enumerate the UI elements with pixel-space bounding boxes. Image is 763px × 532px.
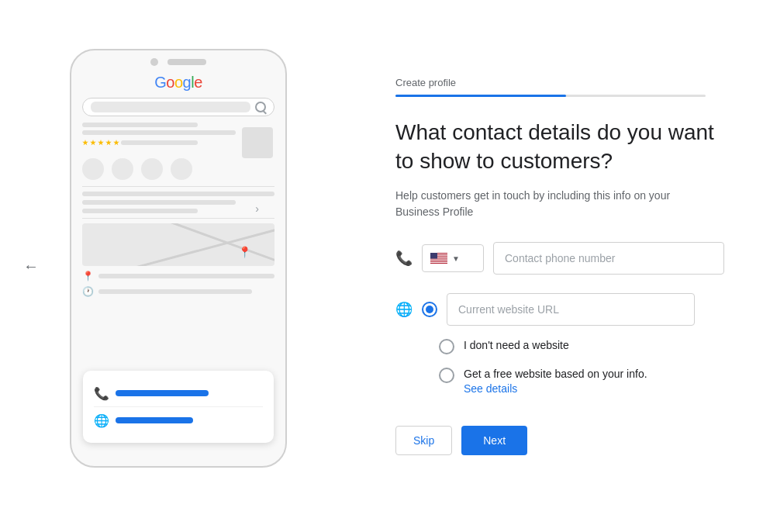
pin-row: 📍	[82, 271, 274, 282]
globe-icon: 🌐	[395, 301, 413, 318]
search-icon	[255, 102, 266, 112]
svg-rect-4	[430, 259, 447, 260]
no-website-option: I don't need a website	[395, 338, 724, 354]
next-button[interactable]: Next	[461, 426, 527, 455]
free-website-label: Get a free website based on your info.	[464, 367, 647, 382]
result-line	[82, 130, 236, 135]
search-bar	[82, 98, 274, 116]
phone-field-row: 📞 ▼	[395, 242, 724, 275]
map-lines	[82, 223, 274, 266]
star	[90, 140, 96, 146]
map-line	[82, 223, 274, 266]
address-line	[98, 274, 274, 278]
phone-number-line	[116, 390, 209, 396]
svg-rect-7	[430, 253, 437, 259]
action-circle-directions	[112, 158, 133, 180]
phone-bottom-card: 📞 🌐	[83, 371, 274, 443]
action-circle-save	[141, 158, 163, 180]
star	[82, 140, 88, 146]
hours-line	[98, 289, 252, 294]
stars-building-row	[82, 140, 274, 146]
skip-button[interactable]: Skip	[395, 426, 452, 455]
progress-track	[395, 95, 706, 97]
pin-icon: 📍	[82, 271, 94, 282]
back-button[interactable]: ←	[23, 257, 39, 275]
google-logo-area: Google	[82, 74, 274, 92]
progress-bar-container: Create profile	[395, 77, 724, 97]
website-line	[116, 417, 193, 423]
map-line	[82, 223, 274, 266]
search-bar-fill	[91, 102, 250, 112]
clock-icon: 🕐	[82, 286, 94, 297]
phone-top-bar	[71, 50, 285, 71]
free-website-option: Get a free website based on your info. S…	[395, 367, 724, 395]
action-circle-phone	[82, 158, 104, 180]
divider	[82, 186, 274, 187]
rating-line	[121, 140, 198, 145]
action-icons-row	[82, 158, 274, 180]
star	[113, 140, 119, 146]
url-radio-selected[interactable]	[422, 302, 437, 317]
page-subtitle: Help customers get in touch by including…	[395, 188, 706, 220]
progress-label: Create profile	[395, 77, 724, 88]
result-line	[82, 123, 198, 127]
page-container: ← Google	[0, 0, 763, 532]
radio-dot	[426, 306, 433, 313]
map-area: 📍	[82, 223, 274, 266]
info-line	[82, 209, 198, 213]
free-website-text-block: Get a free website based on your info. S…	[464, 367, 647, 395]
phone-illustration: Google	[70, 49, 287, 483]
chevron-right-icon: ›	[255, 202, 259, 215]
url-input[interactable]	[447, 293, 695, 326]
page-heading: What contact details do you want to show…	[395, 119, 721, 175]
left-illustration-panel: ← Google	[0, 0, 357, 532]
svg-rect-6	[430, 262, 447, 263]
bottom-card-website-row: 🌐	[94, 406, 263, 434]
info-lines: ›	[82, 192, 274, 213]
divider	[82, 218, 274, 219]
see-details-link[interactable]: See details	[464, 382, 647, 395]
bottom-card-phone-row: 📞	[94, 380, 263, 406]
progress-fill	[395, 95, 566, 97]
chevron-down-icon: ▼	[452, 254, 460, 263]
phone-frame: Google	[70, 49, 287, 468]
map-pin-icon: 📍	[238, 246, 251, 258]
building-icon	[242, 127, 273, 158]
globe-icon: 🌐	[94, 413, 108, 427]
right-form-panel: Create profile What contact details do y…	[357, 0, 763, 532]
info-line	[82, 200, 236, 205]
phone-screen-content: Google	[71, 71, 285, 300]
phone-icon: 📞	[395, 250, 413, 267]
svg-rect-5	[430, 261, 447, 261]
no-website-radio[interactable]	[439, 339, 454, 354]
google-logo: Google	[154, 74, 202, 92]
star	[98, 140, 104, 146]
phone-speaker	[167, 59, 206, 65]
free-website-radio[interactable]	[439, 368, 454, 383]
phone-camera	[150, 58, 158, 66]
url-field-row: 🌐	[395, 293, 724, 326]
info-line	[82, 192, 274, 196]
country-selector[interactable]: ▼	[422, 244, 484, 272]
button-row: Skip Next	[395, 426, 724, 455]
action-circle-share	[171, 158, 192, 180]
star	[105, 140, 112, 146]
phone-input[interactable]	[493, 242, 724, 275]
clock-row: 🕐	[82, 286, 274, 297]
us-flag-icon	[430, 253, 447, 264]
phone-icon: 📞	[94, 386, 108, 400]
no-website-label: I don't need a website	[464, 338, 569, 354]
